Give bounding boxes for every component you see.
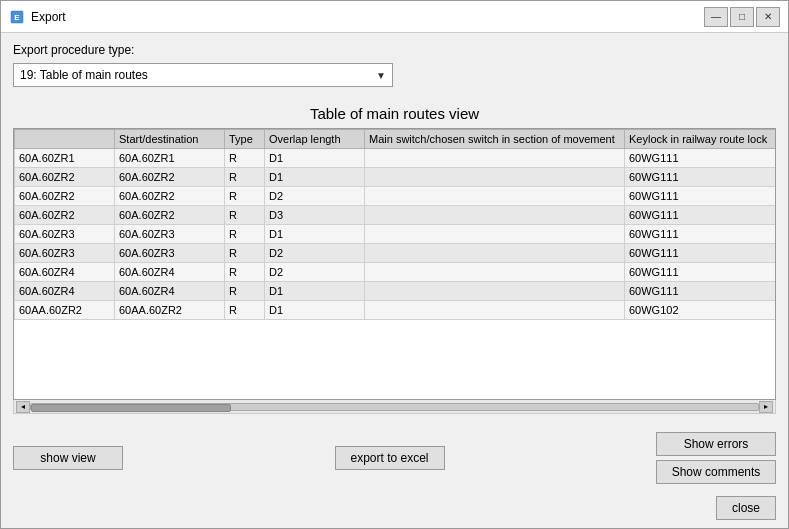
main-content: Export procedure type: 19: Table of main…: [1, 33, 788, 424]
title-bar: E Export — □ ✕: [1, 1, 788, 33]
footer-bar: close: [1, 492, 788, 528]
show-comments-button[interactable]: Show comments: [656, 460, 776, 484]
table-cell: 60WG102: [625, 301, 777, 320]
table-cell: R: [225, 149, 265, 168]
minimize-button[interactable]: —: [704, 7, 728, 27]
table-cell: 60A.60ZR3: [115, 225, 225, 244]
table-row[interactable]: 60AA.60ZR260AA.60ZR2RD160WG102: [15, 301, 777, 320]
col-header-type: Type: [225, 130, 265, 149]
scroll-right-button[interactable]: ▸: [759, 401, 773, 413]
table-cell: 60A.60ZR2: [115, 168, 225, 187]
table-cell: D1: [265, 168, 365, 187]
table-cell: 60A.60ZR1: [115, 149, 225, 168]
table-cell: 60WG111: [625, 263, 777, 282]
window-title: Export: [31, 10, 66, 24]
title-controls: — □ ✕: [704, 7, 780, 27]
table-cell: 60A.60ZR2: [15, 168, 115, 187]
table-cell: [365, 244, 625, 263]
table-cell: 60A.60ZR4: [15, 282, 115, 301]
col-header-name: [15, 130, 115, 149]
h-scrollbar-thumb[interactable]: [31, 404, 231, 412]
table-cell: 60A.60ZR3: [15, 225, 115, 244]
table-cell: [365, 301, 625, 320]
table-cell: D1: [265, 149, 365, 168]
table-cell: [365, 168, 625, 187]
table-row[interactable]: 60A.60ZR360A.60ZR3RD160WG111: [15, 225, 777, 244]
right-button-group: Show errors Show comments: [656, 432, 776, 484]
table-row[interactable]: 60A.60ZR260A.60ZR2RD260WG111: [15, 187, 777, 206]
table-cell: 60A.60ZR2: [115, 187, 225, 206]
table-cell: D1: [265, 282, 365, 301]
table-header-row: Start/destination Type Overlap length Ma…: [15, 130, 777, 149]
table-cell: R: [225, 244, 265, 263]
procedure-dropdown[interactable]: 19: Table of main routes ▼: [13, 63, 393, 87]
scroll-left-button[interactable]: ◂: [16, 401, 30, 413]
table-cell: R: [225, 282, 265, 301]
table-row[interactable]: 60A.60ZR160A.60ZR1RD160WG111: [15, 149, 777, 168]
table-cell: [365, 149, 625, 168]
table-cell: [365, 187, 625, 206]
table-cell: D3: [265, 206, 365, 225]
chevron-down-icon: ▼: [376, 70, 386, 81]
table-cell: R: [225, 168, 265, 187]
table-cell: 60WG111: [625, 168, 777, 187]
table-cell: R: [225, 206, 265, 225]
table-cell: 60A.60ZR4: [115, 263, 225, 282]
table-cell: [365, 263, 625, 282]
table-container[interactable]: Start/destination Type Overlap length Ma…: [13, 128, 776, 400]
table-cell: 60A.60ZR2: [15, 187, 115, 206]
close-button[interactable]: close: [716, 496, 776, 520]
table-cell: 60WG111: [625, 225, 777, 244]
table-cell: R: [225, 225, 265, 244]
table-cell: 60A.60ZR4: [115, 282, 225, 301]
table-row[interactable]: 60A.60ZR260A.60ZR2RD160WG111: [15, 168, 777, 187]
table-section: Table of main routes view Start/destinat…: [13, 97, 776, 414]
table-cell: D1: [265, 301, 365, 320]
table-row[interactable]: 60A.60ZR460A.60ZR4RD160WG111: [15, 282, 777, 301]
table-cell: 60A.60ZR4: [15, 263, 115, 282]
procedure-label: Export procedure type:: [13, 43, 776, 57]
bottom-action-bar: show view export to excel Show errors Sh…: [1, 424, 788, 492]
col-header-overlap: Overlap length: [265, 130, 365, 149]
show-view-button[interactable]: show view: [13, 446, 123, 470]
table-cell: R: [225, 263, 265, 282]
window-close-button[interactable]: ✕: [756, 7, 780, 27]
show-errors-button[interactable]: Show errors: [656, 432, 776, 456]
table-cell: 60AA.60ZR2: [15, 301, 115, 320]
table-row[interactable]: 60A.60ZR460A.60ZR4RD260WG111: [15, 263, 777, 282]
table-row[interactable]: 60A.60ZR260A.60ZR2RD360WG111: [15, 206, 777, 225]
svg-text:E: E: [14, 13, 20, 22]
h-scrollbar-track[interactable]: [30, 403, 759, 411]
col-header-main-switch: Main switch/chosen switch in section of …: [365, 130, 625, 149]
table-cell: 60A.60ZR1: [15, 149, 115, 168]
table-cell: 60WG111: [625, 206, 777, 225]
table-cell: [365, 225, 625, 244]
table-row[interactable]: 60A.60ZR360A.60ZR3RD260WG111: [15, 244, 777, 263]
table-body: 60A.60ZR160A.60ZR1RD160WG11160A.60ZR260A…: [15, 149, 777, 320]
export-icon: E: [9, 9, 25, 25]
table-cell: R: [225, 301, 265, 320]
table-cell: D2: [265, 244, 365, 263]
table-cell: 60A.60ZR3: [115, 244, 225, 263]
title-bar-left: E Export: [9, 9, 66, 25]
table-cell: 60WG111: [625, 149, 777, 168]
dropdown-row: 19: Table of main routes ▼: [13, 63, 776, 87]
horizontal-scrollbar[interactable]: ◂ ▸: [13, 400, 776, 414]
col-header-start: Start/destination: [115, 130, 225, 149]
table-cell: 60WG111: [625, 187, 777, 206]
table-title: Table of main routes view: [13, 97, 776, 128]
table-cell: 60A.60ZR2: [115, 206, 225, 225]
table-cell: 60A.60ZR2: [15, 206, 115, 225]
col-header-keylock: Keylock in railway route lock: [625, 130, 777, 149]
export-to-excel-button[interactable]: export to excel: [335, 446, 445, 470]
table-cell: 60WG111: [625, 282, 777, 301]
table-cell: [365, 282, 625, 301]
table-cell: D1: [265, 225, 365, 244]
dropdown-value: 19: Table of main routes: [20, 68, 148, 82]
table-cell: 60A.60ZR3: [15, 244, 115, 263]
table-cell: [365, 206, 625, 225]
table-cell: 60WG111: [625, 244, 777, 263]
maximize-button[interactable]: □: [730, 7, 754, 27]
export-window: E Export — □ ✕ Export procedure type: 19…: [0, 0, 789, 529]
table-cell: 60AA.60ZR2: [115, 301, 225, 320]
